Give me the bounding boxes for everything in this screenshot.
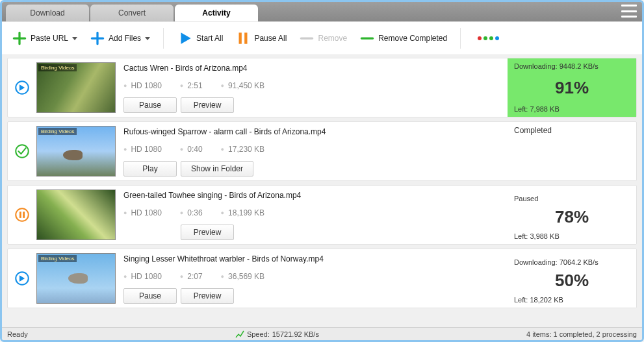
resolution: HD 1080 <box>123 81 162 90</box>
minus-icon <box>359 30 376 47</box>
paste-url-button[interactable]: Paste URL <box>7 26 81 51</box>
filesize: 91,450 KB <box>221 81 264 90</box>
button-row: Pause Preview <box>123 288 500 304</box>
watermark: Birding Videos <box>38 128 77 135</box>
status-text: Completed <box>514 126 630 135</box>
watermark: Birding Videos <box>38 64 77 71</box>
list-item[interactable]: Birding Videos Rufous-winged Sparrow - a… <box>7 121 637 181</box>
caret-icon <box>145 37 150 40</box>
svg-rect-0 <box>239 32 242 43</box>
tab-download[interactable]: Download <box>6 5 89 21</box>
button-row: Preview <box>123 225 500 240</box>
completed-status-icon <box>14 143 31 160</box>
download-list: Birding Videos Cactus Wren - Birds of Ar… <box>2 55 642 327</box>
progress-panel: Paused 78% Left: 3,988 KB <box>508 186 636 244</box>
minus-icon <box>298 30 315 47</box>
status-icon-cell <box>8 122 36 180</box>
list-item[interactable]: Birding Videos Singing Lesser Whitethroa… <box>7 249 637 308</box>
pause-button[interactable]: Pause <box>123 288 177 304</box>
speed-label: Speed: <box>247 330 270 338</box>
svg-rect-1 <box>245 32 248 43</box>
item-title: Rufous-winged Sparrow - alarm call - Bir… <box>123 127 500 136</box>
remove-completed-button[interactable]: Remove Completed <box>355 26 451 51</box>
progress-panel: Downloading: 9448.2 KB/s 91% Left: 7,988… <box>508 58 636 117</box>
speed-icon <box>235 330 244 338</box>
item-title: Singing Lesser Whitethroat warbler - Bir… <box>123 254 500 263</box>
duration: 2:07 <box>180 272 203 281</box>
add-files-label: Add Files <box>109 34 141 43</box>
paste-url-label: Paste URL <box>31 34 68 43</box>
add-files-button[interactable]: Add Files <box>85 26 154 51</box>
item-meta: HD 1080 0:36 18,199 KB <box>123 208 500 217</box>
status-bar: Ready Speed: 15721.92 KB/s 4 items: 1 co… <box>2 327 642 340</box>
list-item[interactable]: Green-tailed Towhee singing - Birds of A… <box>7 185 637 245</box>
download-percent: 78% <box>514 207 630 227</box>
thumbnail <box>36 189 116 240</box>
item-title: Cactus Wren - Birds of Arizona.mp4 <box>123 64 500 73</box>
download-percent: 91% <box>514 78 630 98</box>
play-icon <box>177 30 194 47</box>
download-status-icon <box>14 270 31 287</box>
toolbar: Paste URL Add Files Start All Pause All … <box>2 21 642 55</box>
preview-button[interactable]: Preview <box>181 288 234 304</box>
plus-icon <box>89 30 106 47</box>
svg-point-6 <box>16 208 29 221</box>
thumbnail: Birding Videos <box>36 126 116 177</box>
speed-value: 15721.92 KB/s <box>272 330 319 338</box>
download-left: Left: 18,202 KB <box>514 296 630 304</box>
remove-label: Remove <box>318 34 347 43</box>
start-all-button[interactable]: Start All <box>173 26 227 51</box>
download-status-icon <box>14 79 31 96</box>
list-item[interactable]: Birding Videos Cactus Wren - Birds of Ar… <box>7 58 637 117</box>
duration: 2:51 <box>180 81 203 90</box>
svg-point-5 <box>16 145 29 158</box>
svg-rect-7 <box>19 212 21 218</box>
status-speed: Speed: 15721.92 KB/s <box>235 330 319 338</box>
tab-convert[interactable]: Convert <box>90 5 174 21</box>
progress-panel: Completed <box>508 122 636 180</box>
status-ready: Ready <box>7 330 28 338</box>
resolution: HD 1080 <box>123 272 162 281</box>
download-rate: Paused <box>514 195 630 202</box>
pause-all-button[interactable]: Pause All <box>231 26 290 51</box>
thumbnail: Birding Videos <box>36 253 116 304</box>
pause-all-label: Pause All <box>254 34 287 43</box>
download-rate: Downloading: 7064.2 KB/s <box>514 258 630 266</box>
titlebar: Download Convert Activity <box>2 2 642 21</box>
play-button[interactable]: Play <box>123 161 177 177</box>
more-options-button[interactable] <box>478 36 499 40</box>
paused-status-icon <box>14 206 31 223</box>
row-body: Rufous-winged Sparrow - alarm call - Bir… <box>121 122 508 180</box>
duration: 0:36 <box>180 208 203 217</box>
download-rate: Downloading: 9448.2 KB/s <box>514 62 630 70</box>
separator <box>460 28 461 49</box>
item-meta: HD 1080 2:51 91,450 KB <box>123 81 500 90</box>
filesize: 18,199 KB <box>221 208 264 217</box>
filesize: 36,569 KB <box>221 272 264 281</box>
tab-activity[interactable]: Activity <box>175 5 258 21</box>
button-row: Pause Preview <box>123 97 500 113</box>
separator <box>163 28 164 49</box>
status-icon-cell <box>8 249 36 308</box>
status-icon-cell <box>8 186 36 244</box>
preview-button[interactable]: Preview <box>181 225 234 240</box>
plus-icon <box>11 30 28 47</box>
show-in-folder-button[interactable]: Show in Folder <box>181 161 253 177</box>
menu-icon[interactable] <box>621 5 637 18</box>
item-meta: HD 1080 2:07 36,569 KB <box>123 272 500 281</box>
resolution: HD 1080 <box>123 208 162 217</box>
caret-icon <box>72 37 77 40</box>
download-percent: 50% <box>514 271 630 291</box>
preview-button[interactable]: Preview <box>181 97 234 113</box>
item-title: Green-tailed Towhee singing - Birds of A… <box>123 191 500 200</box>
svg-rect-8 <box>23 212 25 218</box>
pause-button[interactable]: Pause <box>123 97 177 113</box>
progress-panel: Downloading: 7064.2 KB/s 50% Left: 18,20… <box>508 249 636 308</box>
download-left: Left: 3,988 KB <box>514 232 630 240</box>
row-body: Cactus Wren - Birds of Arizona.mp4 HD 10… <box>121 58 508 117</box>
remove-completed-label: Remove Completed <box>378 34 447 43</box>
resolution: HD 1080 <box>123 145 162 154</box>
filesize: 17,230 KB <box>221 145 264 154</box>
row-body: Singing Lesser Whitethroat warbler - Bir… <box>121 249 508 308</box>
download-left: Left: 7,988 KB <box>514 105 630 113</box>
